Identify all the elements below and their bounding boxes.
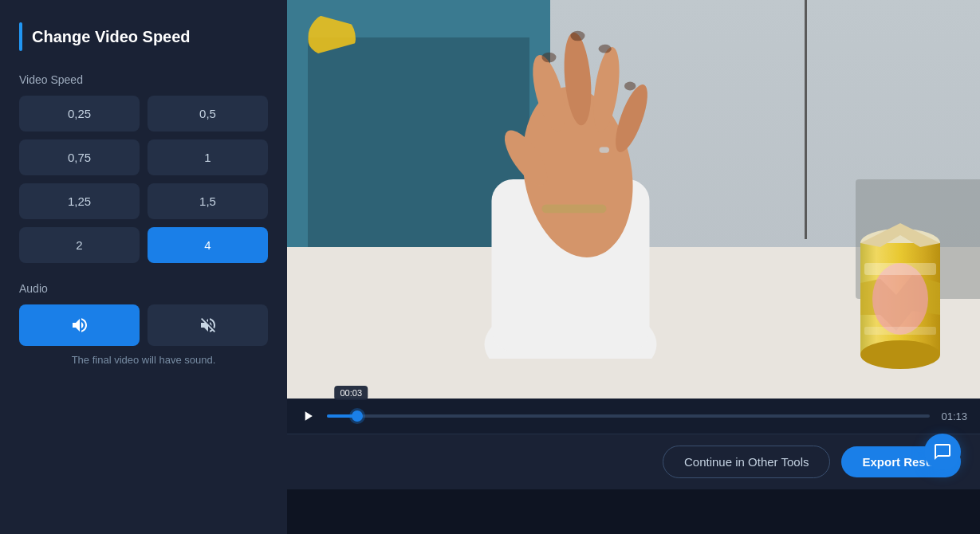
progress-wrapper[interactable]: 00:03 [327, 408, 930, 424]
svg-point-10 [542, 53, 557, 63]
svg-rect-18 [864, 263, 936, 275]
speed-button-4[interactable]: 4 [148, 227, 268, 263]
svg-rect-8 [542, 205, 607, 214]
hand-svg [439, 0, 730, 359]
left-panel: Change Video Speed Video Speed 0,250,50,… [0, 0, 287, 534]
play-button[interactable] [300, 408, 316, 424]
progress-track[interactable] [327, 414, 930, 418]
svg-point-20 [860, 340, 940, 369]
speed-button-1-5[interactable]: 1,5 [148, 183, 268, 219]
speed-button-0-25[interactable]: 0,25 [19, 96, 140, 132]
crushed-can [848, 219, 952, 387]
speed-button-0-5[interactable]: 0,5 [148, 96, 268, 132]
right-panel: 00:03 01:13 Continue in Other Tools Expo… [287, 0, 980, 534]
hand-arm [439, 0, 730, 359]
speed-button-1[interactable]: 1 [148, 139, 268, 175]
time-total: 01:13 [941, 410, 967, 422]
audio-off-button[interactable] [148, 304, 268, 346]
audio-note: The final video will have sound. [19, 354, 268, 366]
lamp-pole [805, 0, 807, 239]
play-icon [300, 408, 316, 424]
svg-point-12 [599, 45, 612, 53]
svg-point-11 [571, 31, 585, 41]
speaker-off-icon [199, 316, 218, 335]
speed-button-2[interactable]: 2 [19, 227, 140, 263]
footer-bar: Continue in Other Tools Export Result [287, 434, 980, 489]
speaker-on-icon [70, 316, 89, 335]
chat-bubble-button[interactable] [924, 434, 961, 470]
speed-button-1-25[interactable]: 1,25 [19, 183, 140, 219]
speed-grid: 0,250,50,7511,251,524 [19, 96, 268, 263]
panel-header: Change Video Speed [19, 22, 268, 51]
speed-button-0-75[interactable]: 0,75 [19, 139, 140, 175]
svg-rect-9 [600, 147, 610, 153]
svg-point-13 [624, 82, 636, 91]
audio-section-label: Audio [19, 282, 268, 295]
can-svg [848, 219, 952, 387]
accent-bar [19, 22, 22, 51]
chat-icon [933, 442, 952, 461]
time-tooltip: 00:03 [334, 386, 368, 400]
speed-section-label: Video Speed [19, 73, 268, 86]
video-frame [287, 0, 980, 399]
player-controls: 00:03 01:13 [287, 399, 980, 434]
audio-on-button[interactable] [19, 304, 140, 346]
continue-other-tools-button[interactable]: Continue in Other Tools [663, 446, 830, 478]
audio-grid [19, 304, 268, 346]
progress-thumb[interactable] [352, 410, 363, 422]
panel-title: Change Video Speed [32, 28, 191, 46]
svg-rect-19 [864, 327, 936, 335]
